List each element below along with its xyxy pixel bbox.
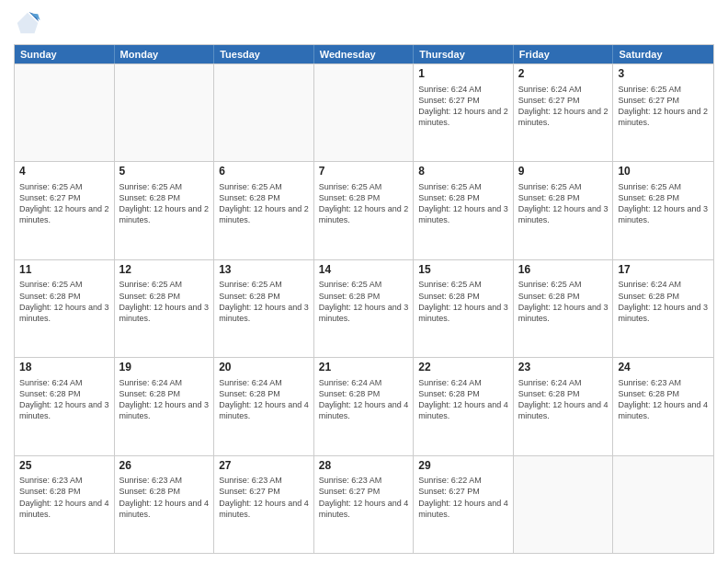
calendar-cell: 3Sunrise: 6:25 AMSunset: 6:27 PMDaylight… <box>613 64 713 161</box>
calendar-cell: 5Sunrise: 6:25 AMSunset: 6:28 PMDaylight… <box>115 162 215 259</box>
logo-icon <box>14 9 41 37</box>
day-info: Sunrise: 6:25 AMSunset: 6:28 PMDaylight:… <box>518 279 609 324</box>
day-info: Sunrise: 6:25 AMSunset: 6:27 PMDaylight:… <box>618 84 709 129</box>
day-info: Sunrise: 6:24 AMSunset: 6:28 PMDaylight:… <box>618 279 709 324</box>
calendar-cell: 18Sunrise: 6:24 AMSunset: 6:28 PMDayligh… <box>15 358 115 454</box>
day-info: Sunrise: 6:25 AMSunset: 6:28 PMDaylight:… <box>618 181 709 226</box>
day-of-week-header: Saturday <box>613 45 713 63</box>
day-number: 13 <box>219 263 309 278</box>
day-info: Sunrise: 6:23 AMSunset: 6:28 PMDaylight:… <box>19 475 109 520</box>
day-number: 2 <box>518 67 609 82</box>
calendar-cell: 23Sunrise: 6:24 AMSunset: 6:28 PMDayligh… <box>514 358 614 454</box>
day-number: 1 <box>418 67 508 82</box>
calendar-cell <box>115 64 215 161</box>
day-number: 28 <box>319 459 409 474</box>
day-of-week-header: Wednesday <box>314 45 415 63</box>
day-number: 20 <box>219 361 309 375</box>
day-info: Sunrise: 6:24 AMSunset: 6:28 PMDaylight:… <box>19 377 109 422</box>
calendar-cell <box>214 64 314 161</box>
day-number: 19 <box>119 361 210 375</box>
day-info: Sunrise: 6:23 AMSunset: 6:28 PMDaylight:… <box>618 377 709 422</box>
header <box>14 9 714 37</box>
day-info: Sunrise: 6:25 AMSunset: 6:28 PMDaylight:… <box>219 181 309 226</box>
day-info: Sunrise: 6:23 AMSunset: 6:28 PMDaylight:… <box>119 475 210 520</box>
day-number: 14 <box>319 263 409 278</box>
calendar-cell: 2Sunrise: 6:24 AMSunset: 6:27 PMDaylight… <box>514 64 614 161</box>
day-info: Sunrise: 6:25 AMSunset: 6:28 PMDaylight:… <box>219 279 309 324</box>
calendar-cell: 24Sunrise: 6:23 AMSunset: 6:28 PMDayligh… <box>613 358 713 454</box>
calendar-cell: 19Sunrise: 6:24 AMSunset: 6:28 PMDayligh… <box>115 358 215 454</box>
day-info: Sunrise: 6:24 AMSunset: 6:28 PMDaylight:… <box>119 377 210 422</box>
calendar-week-row: 25Sunrise: 6:23 AMSunset: 6:28 PMDayligh… <box>15 455 713 553</box>
day-number: 5 <box>119 165 210 179</box>
day-info: Sunrise: 6:25 AMSunset: 6:28 PMDaylight:… <box>119 279 210 324</box>
page: SundayMondayTuesdayWednesdayThursdayFrid… <box>0 0 728 563</box>
day-of-week-header: Friday <box>514 45 614 63</box>
day-number: 9 <box>518 165 609 179</box>
calendar-cell: 25Sunrise: 6:23 AMSunset: 6:28 PMDayligh… <box>15 456 115 553</box>
calendar-cell: 14Sunrise: 6:25 AMSunset: 6:28 PMDayligh… <box>314 260 415 357</box>
day-info: Sunrise: 6:25 AMSunset: 6:28 PMDaylight:… <box>119 181 210 226</box>
day-of-week-header: Sunday <box>15 45 115 63</box>
day-info: Sunrise: 6:25 AMSunset: 6:28 PMDaylight:… <box>418 279 508 324</box>
day-number: 3 <box>618 67 709 82</box>
calendar-cell: 20Sunrise: 6:24 AMSunset: 6:28 PMDayligh… <box>214 358 314 454</box>
day-number: 17 <box>618 263 709 278</box>
calendar-cell: 16Sunrise: 6:25 AMSunset: 6:28 PMDayligh… <box>514 260 614 357</box>
day-info: Sunrise: 6:24 AMSunset: 6:28 PMDaylight:… <box>219 377 309 422</box>
calendar-cell: 8Sunrise: 6:25 AMSunset: 6:28 PMDaylight… <box>414 162 514 259</box>
calendar-cell: 1Sunrise: 6:24 AMSunset: 6:27 PMDaylight… <box>414 64 514 161</box>
calendar-cell: 29Sunrise: 6:22 AMSunset: 6:27 PMDayligh… <box>414 456 514 553</box>
day-number: 6 <box>219 165 309 179</box>
calendar-cell: 22Sunrise: 6:24 AMSunset: 6:28 PMDayligh… <box>414 358 514 454</box>
calendar-cell: 15Sunrise: 6:25 AMSunset: 6:28 PMDayligh… <box>414 260 514 357</box>
calendar-week-row: 1Sunrise: 6:24 AMSunset: 6:27 PMDaylight… <box>15 63 713 161</box>
calendar-cell <box>613 456 713 553</box>
calendar-cell: 21Sunrise: 6:24 AMSunset: 6:28 PMDayligh… <box>314 358 415 454</box>
calendar-cell <box>514 456 614 553</box>
day-number: 26 <box>119 459 210 474</box>
day-info: Sunrise: 6:22 AMSunset: 6:27 PMDaylight:… <box>418 475 508 520</box>
day-number: 12 <box>119 263 210 278</box>
day-number: 29 <box>418 459 508 474</box>
calendar-cell: 13Sunrise: 6:25 AMSunset: 6:28 PMDayligh… <box>214 260 314 357</box>
day-info: Sunrise: 6:25 AMSunset: 6:28 PMDaylight:… <box>19 279 109 324</box>
day-info: Sunrise: 6:24 AMSunset: 6:28 PMDaylight:… <box>518 377 609 422</box>
calendar-cell: 7Sunrise: 6:25 AMSunset: 6:28 PMDaylight… <box>314 162 415 259</box>
day-info: Sunrise: 6:24 AMSunset: 6:28 PMDaylight:… <box>418 377 508 422</box>
day-of-week-header: Tuesday <box>214 45 314 63</box>
day-number: 24 <box>618 361 709 375</box>
calendar-cell: 27Sunrise: 6:23 AMSunset: 6:27 PMDayligh… <box>214 456 314 553</box>
day-number: 22 <box>418 361 508 375</box>
day-info: Sunrise: 6:24 AMSunset: 6:27 PMDaylight:… <box>418 84 508 129</box>
day-info: Sunrise: 6:23 AMSunset: 6:27 PMDaylight:… <box>219 475 309 520</box>
logo <box>14 9 45 37</box>
day-info: Sunrise: 6:25 AMSunset: 6:28 PMDaylight:… <box>319 279 409 324</box>
calendar-cell <box>15 64 115 161</box>
day-info: Sunrise: 6:24 AMSunset: 6:27 PMDaylight:… <box>518 84 609 129</box>
calendar-week-row: 18Sunrise: 6:24 AMSunset: 6:28 PMDayligh… <box>15 357 713 454</box>
calendar-cell <box>314 64 415 161</box>
calendar-cell: 6Sunrise: 6:25 AMSunset: 6:28 PMDaylight… <box>214 162 314 259</box>
day-number: 11 <box>19 263 109 278</box>
day-info: Sunrise: 6:25 AMSunset: 6:28 PMDaylight:… <box>319 181 409 226</box>
calendar-week-row: 4Sunrise: 6:25 AMSunset: 6:27 PMDaylight… <box>15 161 713 259</box>
day-number: 27 <box>219 459 309 474</box>
calendar-cell: 11Sunrise: 6:25 AMSunset: 6:28 PMDayligh… <box>15 260 115 357</box>
calendar: SundayMondayTuesdayWednesdayThursdayFrid… <box>14 44 714 554</box>
day-info: Sunrise: 6:23 AMSunset: 6:27 PMDaylight:… <box>319 475 409 520</box>
day-info: Sunrise: 6:24 AMSunset: 6:28 PMDaylight:… <box>319 377 409 422</box>
day-number: 25 <box>19 459 109 474</box>
day-number: 7 <box>319 165 409 179</box>
calendar-cell: 10Sunrise: 6:25 AMSunset: 6:28 PMDayligh… <box>613 162 713 259</box>
calendar-header: SundayMondayTuesdayWednesdayThursdayFrid… <box>15 45 713 63</box>
day-number: 18 <box>19 361 109 375</box>
day-info: Sunrise: 6:25 AMSunset: 6:28 PMDaylight:… <box>418 181 508 226</box>
day-number: 4 <box>19 165 109 179</box>
day-number: 23 <box>518 361 609 375</box>
calendar-cell: 17Sunrise: 6:24 AMSunset: 6:28 PMDayligh… <box>613 260 713 357</box>
day-of-week-header: Thursday <box>414 45 514 63</box>
calendar-cell: 4Sunrise: 6:25 AMSunset: 6:27 PMDaylight… <box>15 162 115 259</box>
day-number: 8 <box>418 165 508 179</box>
calendar-body: 1Sunrise: 6:24 AMSunset: 6:27 PMDaylight… <box>15 63 713 553</box>
